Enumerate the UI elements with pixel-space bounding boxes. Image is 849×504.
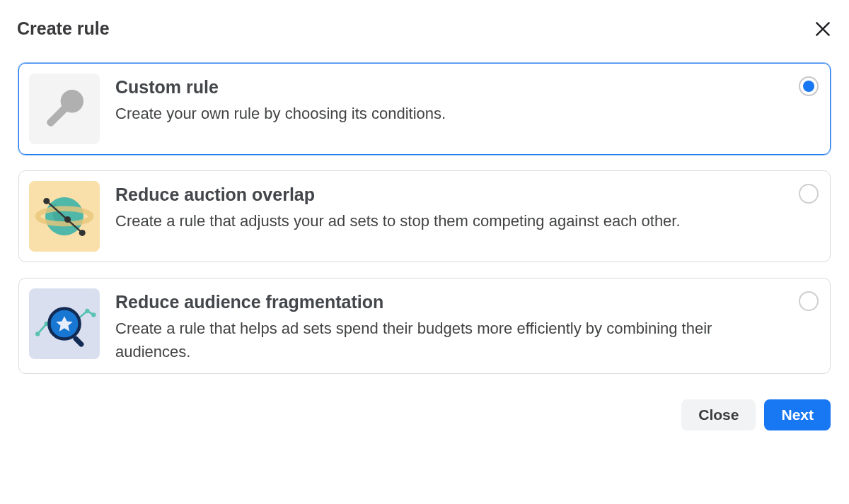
wrench-icon	[29, 74, 100, 144]
option-title: Custom rule	[115, 76, 783, 98]
dialog-header: Create rule	[17, 18, 832, 39]
option-description: Create a rule that helps ad sets spend t…	[115, 317, 783, 363]
svg-rect-2	[45, 105, 69, 128]
option-title: Reduce audience fragmentation	[115, 291, 783, 312]
svg-point-8	[79, 230, 86, 236]
option-reduce-fragmentation[interactable]: Reduce audience fragmentation Create a r…	[18, 278, 831, 374]
option-title: Reduce auction overlap	[115, 184, 783, 205]
option-description: Create your own rule by choosing its con…	[115, 102, 783, 125]
svg-point-13	[91, 312, 96, 317]
option-text: Reduce auction overlap Create a rule tha…	[115, 181, 783, 233]
radio-reduce-overlap[interactable]	[799, 184, 819, 204]
radio-reduce-fragmentation[interactable]	[799, 291, 819, 311]
option-reduce-overlap[interactable]: Reduce auction overlap Create a rule tha…	[18, 170, 831, 262]
radio-custom-rule[interactable]	[799, 76, 819, 96]
globe-icon	[29, 181, 100, 252]
svg-point-9	[35, 332, 40, 336]
option-text: Custom rule Create your own rule by choo…	[115, 74, 783, 125]
dialog-title: Create rule	[17, 18, 110, 39]
next-button[interactable]: Next	[764, 399, 831, 430]
close-icon[interactable]	[814, 20, 832, 38]
dialog-footer: Close Next	[17, 399, 832, 430]
svg-point-7	[64, 216, 71, 223]
option-text: Reduce audience fragmentation Create a r…	[115, 288, 783, 363]
magnifier-chart-icon	[29, 288, 100, 359]
svg-point-6	[43, 198, 50, 204]
option-description: Create a rule that adjusts your ad sets …	[115, 209, 783, 233]
svg-point-12	[85, 309, 89, 313]
options-list: Custom rule Create your own rule by choo…	[17, 63, 832, 374]
close-button[interactable]: Close	[681, 399, 756, 430]
option-custom-rule[interactable]: Custom rule Create your own rule by choo…	[18, 63, 831, 155]
svg-rect-16	[72, 335, 85, 348]
